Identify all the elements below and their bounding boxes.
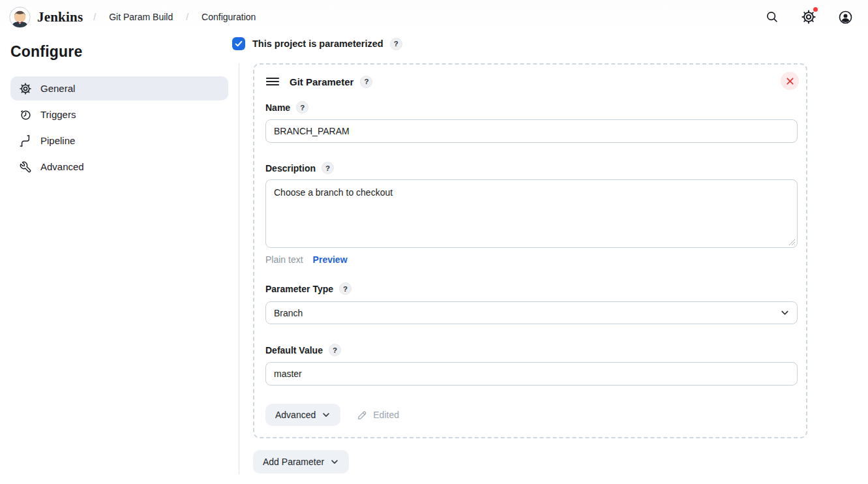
sidebar-item-label: Triggers (40, 109, 76, 120)
help-badge[interactable]: ? (329, 344, 341, 356)
git-parameter-card: Git Parameter ? Name ? Description ? Cho… (253, 63, 807, 438)
breadcrumb-item-job[interactable]: Git Param Build (105, 9, 177, 25)
sidebar-nav: General Triggers Pipelin (10, 76, 228, 179)
chevron-down-icon (330, 457, 339, 466)
help-badge[interactable]: ? (296, 101, 308, 113)
sidebar-divider (239, 63, 239, 474)
description-textarea[interactable]: Choose a branch to checkout (265, 179, 798, 248)
sidebar-title: Configure (10, 43, 228, 61)
edited-label: Edited (373, 410, 399, 420)
description-label-row: Description ? (265, 162, 795, 174)
default-value-label-row: Default Value ? (265, 344, 795, 356)
default-value-input[interactable] (265, 362, 798, 386)
jenkins-home-link[interactable]: Jenkins (0, 7, 83, 28)
sidebar-item-advanced[interactable]: Advanced (10, 155, 228, 179)
parameterized-checkbox[interactable] (232, 37, 245, 50)
help-badge[interactable]: ? (360, 76, 372, 88)
parameterized-row: This project is parameterized ? (232, 37, 402, 50)
search-button[interactable] (761, 6, 783, 28)
edited-indicator: Edited (357, 410, 399, 421)
top-app-bar: Jenkins / Git Param Build / Configuratio… (0, 0, 868, 34)
help-badge[interactable]: ? (390, 38, 402, 50)
help-badge[interactable]: ? (322, 162, 334, 174)
brand-text: Jenkins (37, 9, 83, 25)
parameter-type-label: Parameter Type (265, 284, 333, 294)
user-icon (838, 10, 853, 25)
check-icon (234, 39, 243, 48)
sidebar-item-general[interactable]: General (10, 76, 228, 100)
sidebar-item-label: Advanced (40, 161, 84, 172)
sidebar-item-label: General (40, 83, 75, 94)
parameter-title: Git Parameter (290, 76, 353, 87)
default-value-label: Default Value (265, 345, 323, 355)
parameterized-label[interactable]: This project is parameterized (252, 38, 383, 49)
advanced-button-label: Advanced (275, 410, 316, 420)
parameter-type-select[interactable]: Branch (265, 301, 798, 324)
description-mode-row: Plain text Preview (265, 254, 795, 265)
name-label-row: Name ? (265, 101, 795, 113)
notification-dot (813, 7, 818, 12)
breadcrumb-item-configuration[interactable]: Configuration (198, 9, 260, 25)
help-badge[interactable]: ? (339, 282, 352, 295)
jenkins-logo-icon (9, 7, 31, 28)
user-account-button[interactable] (834, 6, 856, 28)
add-parameter-button[interactable]: Add Parameter (253, 450, 349, 474)
parameter-type-select-wrap: Branch (265, 301, 798, 324)
pencil-icon (357, 410, 368, 421)
breadcrumb-separator: / (186, 12, 188, 22)
manage-jenkins-button[interactable] (798, 6, 820, 28)
advanced-row: Advanced Edited (265, 404, 795, 426)
preview-link[interactable]: Preview (313, 254, 348, 265)
gear-icon (19, 82, 32, 95)
pipeline-icon (19, 134, 32, 147)
breadcrumb: / Git Param Build / Configuration (93, 9, 260, 25)
search-icon (765, 10, 779, 24)
description-label: Description (265, 163, 316, 174)
delete-parameter-button[interactable] (781, 72, 799, 90)
name-label: Name (265, 102, 290, 113)
resize-handle[interactable] (788, 239, 796, 246)
advanced-button[interactable]: Advanced (265, 404, 340, 426)
add-parameter-label: Add Parameter (263, 457, 324, 467)
description-textarea-wrap: Choose a branch to checkout (265, 179, 798, 248)
parameter-type-label-row: Parameter Type ? (265, 282, 795, 295)
close-icon (786, 77, 794, 85)
page: Jenkins / Git Param Build / Configuratio… (0, 0, 868, 484)
breadcrumb-separator: / (93, 12, 96, 22)
sidebar-item-pipeline[interactable]: Pipeline (10, 129, 228, 153)
plain-text-label: Plain text (265, 254, 303, 265)
sidebar-item-triggers[interactable]: Triggers (10, 102, 228, 127)
chevron-down-icon (322, 410, 331, 419)
header-actions (761, 6, 868, 28)
name-input[interactable] (265, 119, 798, 143)
configure-sidebar: Configure General Triggers (0, 34, 239, 179)
clock-icon (19, 108, 32, 121)
sidebar-item-label: Pipeline (40, 135, 75, 146)
drag-handle-icon[interactable] (265, 75, 280, 88)
wrench-icon (19, 160, 32, 174)
card-header: Git Parameter ? (265, 73, 795, 90)
